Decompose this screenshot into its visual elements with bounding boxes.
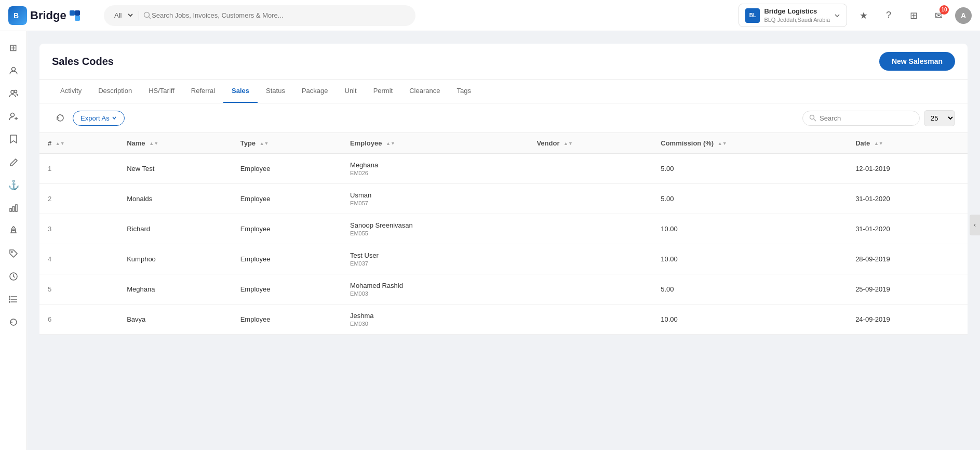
- cell-num: 3: [39, 214, 118, 244]
- cell-commission: 5.00: [652, 184, 847, 214]
- sidebar-item-add-person[interactable]: [3, 106, 24, 127]
- tab-referral[interactable]: Referral: [183, 80, 223, 103]
- table-row[interactable]: 6 Bavya Employee Jeshma EM030 10.00 24-0…: [39, 305, 968, 335]
- global-search-input[interactable]: [152, 11, 407, 19]
- page-size-select[interactable]: 25 50 100: [924, 110, 955, 126]
- sales-table: # ▲▼ Name ▲▼ Type ▲▼ Employee ▲▼: [39, 133, 968, 335]
- cell-employee: Jeshma EM030: [342, 305, 528, 335]
- sidebar-item-refresh[interactable]: [3, 312, 24, 333]
- sidebar-item-grid[interactable]: ⊞: [3, 37, 24, 58]
- page-title: Sales Codes: [52, 56, 114, 68]
- col-type: Type ▲▼: [232, 133, 342, 154]
- cell-employee: Usman EM057: [342, 184, 528, 214]
- toolbar-right: 25 50 100: [802, 110, 955, 126]
- tab-package[interactable]: Package: [293, 80, 337, 103]
- cell-name: Meghana: [118, 274, 232, 305]
- table-search-wrapper: [802, 111, 920, 126]
- table-row[interactable]: 1 New Test Employee Meghana EM026 5.00 1…: [39, 154, 968, 184]
- table-row[interactable]: 5 Meghana Employee Mohamed Rashid EM003 …: [39, 274, 968, 305]
- svg-point-16: [11, 252, 12, 253]
- svg-point-23: [9, 301, 10, 302]
- sidebar-item-bookmark[interactable]: [3, 129, 24, 150]
- cell-vendor: [528, 305, 652, 335]
- cell-name: Bavya: [118, 305, 232, 335]
- cell-type: Employee: [232, 305, 342, 335]
- cell-date: 28-09-2019: [847, 244, 968, 274]
- notification-button[interactable]: ✉ 10: [930, 7, 947, 24]
- svg-text:B: B: [14, 11, 19, 20]
- star-icon[interactable]: ★: [855, 7, 872, 24]
- cell-date: 25-09-2019: [847, 274, 968, 305]
- svg-rect-13: [12, 206, 14, 211]
- sidebar-item-edit[interactable]: [3, 152, 24, 173]
- col-name: Name ▲▼: [118, 133, 232, 154]
- sidebar-item-chart[interactable]: [3, 197, 24, 218]
- company-info: Bridge Logistics BLQ Jeddah,Saudi Arabia: [764, 7, 830, 23]
- sidebar-item-tag[interactable]: [3, 243, 24, 264]
- avatar[interactable]: A: [955, 7, 972, 24]
- cell-type: Employee: [232, 274, 342, 305]
- tab-permit[interactable]: Permit: [365, 80, 401, 103]
- cell-name: Richard: [118, 214, 232, 244]
- tab-activity[interactable]: Activity: [52, 80, 90, 103]
- sidebar-item-person[interactable]: [3, 60, 24, 81]
- cell-num: 5: [39, 274, 118, 305]
- collapse-arrow[interactable]: ‹: [970, 215, 980, 235]
- svg-point-24: [810, 115, 814, 120]
- tab-clearance[interactable]: Clearance: [401, 80, 448, 103]
- tab-unit[interactable]: Unit: [337, 80, 365, 103]
- sort-icon: ▲▼: [386, 141, 395, 146]
- col-employee: Employee ▲▼: [342, 133, 528, 154]
- search-icon: [143, 11, 152, 20]
- grid-apps-icon[interactable]: ⊞: [905, 7, 922, 24]
- svg-point-22: [9, 299, 10, 300]
- company-selector[interactable]: BL Bridge Logistics BLQ Jeddah,Saudi Ara…: [739, 4, 847, 27]
- table-body: 1 New Test Employee Meghana EM026 5.00 1…: [39, 154, 968, 335]
- sort-icon: ▲▼: [718, 141, 727, 146]
- tab-hs-tariff[interactable]: HS/Tariff: [140, 80, 183, 103]
- cell-num: 4: [39, 244, 118, 274]
- cell-name: New Test: [118, 154, 232, 184]
- cell-date: 24-09-2019: [847, 305, 968, 335]
- svg-rect-12: [10, 208, 11, 211]
- cell-vendor: [528, 274, 652, 305]
- svg-point-21: [9, 296, 10, 297]
- new-salesman-button[interactable]: New Salesman: [879, 52, 955, 71]
- cell-commission: 5.00: [652, 274, 847, 305]
- sidebar-item-people[interactable]: [3, 83, 24, 104]
- table-row[interactable]: 4 Kumphoo Employee Test User EM037 10.00…: [39, 244, 968, 274]
- cell-employee: Test User EM037: [342, 244, 528, 274]
- table-row[interactable]: 2 Monalds Employee Usman EM057 5.00 31-0…: [39, 184, 968, 214]
- tab-description[interactable]: Description: [90, 80, 140, 103]
- tab-status[interactable]: Status: [258, 80, 293, 103]
- sidebar-item-clock[interactable]: [3, 266, 24, 287]
- export-button[interactable]: Export As: [73, 111, 125, 126]
- refresh-button[interactable]: [52, 110, 69, 126]
- sort-icon: ▲▼: [563, 141, 573, 146]
- svg-point-6: [11, 68, 15, 71]
- cell-type: Employee: [232, 214, 342, 244]
- cell-type: Employee: [232, 154, 342, 184]
- toolbar: Export As 25 50 100: [39, 103, 968, 133]
- tabs-container: ActivityDescriptionHS/TariffReferralSale…: [39, 80, 968, 103]
- sidebar-item-list[interactable]: [3, 289, 24, 310]
- table-search-input[interactable]: [820, 114, 913, 122]
- svg-rect-2: [75, 16, 80, 21]
- brand-accent-icon: [70, 10, 80, 21]
- help-icon[interactable]: ?: [880, 7, 897, 24]
- tab-sales[interactable]: Sales: [223, 80, 258, 103]
- nav-actions: BL Bridge Logistics BLQ Jeddah,Saudi Ara…: [739, 4, 972, 27]
- sort-icon: ▲▼: [874, 141, 883, 146]
- notification-badge: 10: [939, 5, 949, 15]
- svg-point-4: [144, 12, 150, 17]
- sidebar-item-rocket[interactable]: [3, 220, 24, 241]
- search-filter-select[interactable]: All: [112, 11, 135, 20]
- tab-tags[interactable]: Tags: [448, 80, 479, 103]
- page-header: Sales Codes New Salesman: [39, 44, 968, 80]
- sidebar-item-anchor[interactable]: ⚓: [3, 175, 24, 195]
- table-header: # ▲▼ Name ▲▼ Type ▲▼ Employee ▲▼: [39, 133, 968, 154]
- table-row[interactable]: 3 Richard Employee Sanoop Sreenivasan EM…: [39, 214, 968, 244]
- cell-type: Employee: [232, 244, 342, 274]
- navbar: B Bridge All BL Bridge Logistics BLQ Je: [0, 0, 980, 31]
- svg-line-25: [814, 119, 816, 121]
